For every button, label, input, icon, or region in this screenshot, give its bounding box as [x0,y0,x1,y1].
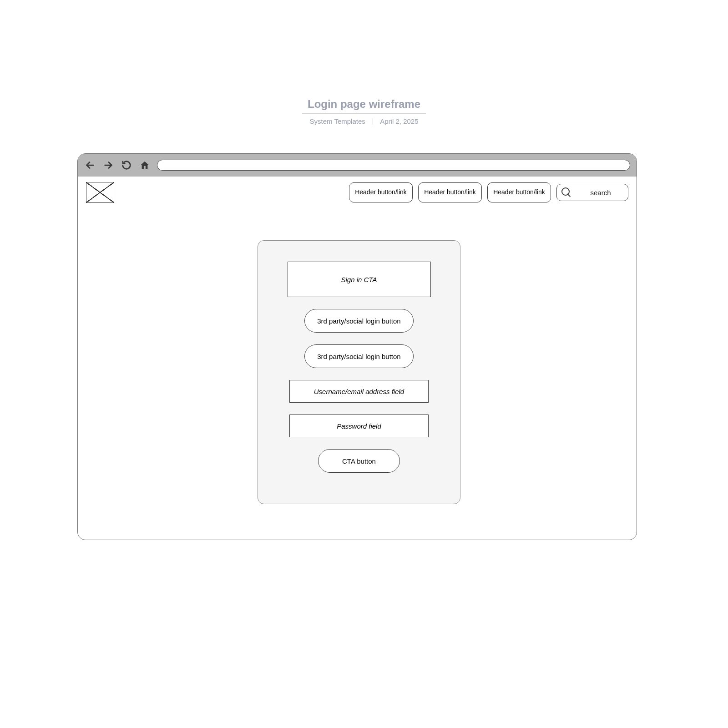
page-header: Header button/link Header button/link He… [78,177,637,203]
search-input[interactable]: search [556,184,628,201]
browser-toolbar [78,154,637,177]
cta-button-label: CTA button [342,457,376,465]
password-placeholder: Password field [337,422,381,430]
header-button-1[interactable]: Header button/link [349,182,413,202]
social-login-button-1[interactable]: 3rd party/social login button [304,309,414,333]
username-placeholder: Username/email address field [314,388,404,395]
reload-icon[interactable] [121,159,132,171]
header-button-label: Header button/link [355,188,407,197]
home-icon[interactable] [139,159,151,171]
search-icon [561,187,571,197]
divider [373,118,373,125]
header-button-3[interactable]: Header button/link [487,182,551,202]
header-button-label: Header button/link [424,188,476,197]
document-title: Login page wireframe [302,98,426,114]
browser-window: Header button/link Header button/link He… [77,153,637,540]
password-field[interactable]: Password field [289,415,429,437]
document-subtitle: System Templates April 2, 2025 [0,117,728,125]
signin-cta-banner: Sign in CTA [288,262,431,297]
header-button-2[interactable]: Header button/link [418,182,482,202]
username-field[interactable]: Username/email address field [289,380,429,403]
login-card: Sign in CTA 3rd party/social login butto… [258,240,460,504]
url-bar[interactable] [157,160,630,171]
signin-cta-text: Sign in CTA [341,276,377,283]
header-button-label: Header button/link [493,188,545,197]
back-icon[interactable] [84,159,96,171]
document-date: April 2, 2025 [380,117,418,125]
document-author: System Templates [309,117,365,125]
document-title-block: Login page wireframe System Templates Ap… [0,98,728,125]
logo-placeholder [86,182,114,203]
social-login-label: 3rd party/social login button [317,317,400,325]
forward-icon[interactable] [102,159,114,171]
cta-button[interactable]: CTA button [318,449,400,473]
social-login-button-2[interactable]: 3rd party/social login button [304,344,414,368]
social-login-label: 3rd party/social login button [317,353,400,360]
search-placeholder: search [578,189,623,197]
